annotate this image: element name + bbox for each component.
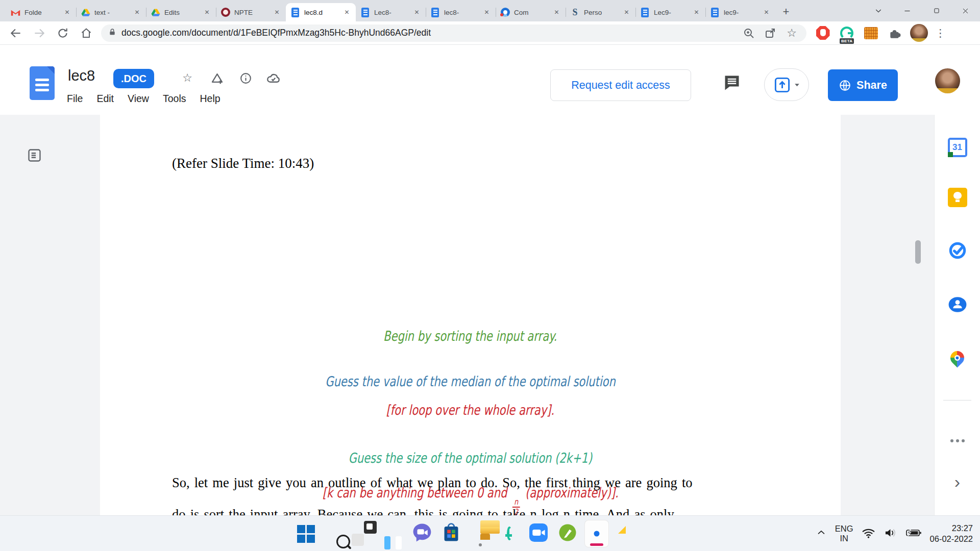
volume-icon[interactable] [884, 526, 897, 542]
menu-edit[interactable]: Edit [96, 93, 114, 105]
tab-close-icon[interactable]: ✕ [342, 8, 351, 17]
document-title[interactable]: lec8 [68, 67, 95, 84]
side-panel-maps-icon[interactable] [947, 347, 968, 368]
taskbar-widgets-button[interactable] [381, 520, 405, 547]
document-scrollbar-thumb[interactable] [915, 240, 921, 264]
taskbar-start-button[interactable] [294, 520, 317, 547]
star-document-icon[interactable]: ☆ [180, 70, 195, 86]
get-add-ons-icon[interactable] [950, 439, 965, 442]
paragraph-line-2: do is sort the input array. Because we c… [172, 507, 674, 515]
docs-favicon [640, 8, 650, 17]
browser-profile-avatar[interactable] [910, 24, 928, 42]
browser-tab-6[interactable]: Lec8-✕ [356, 3, 426, 21]
tab-search-chevron-icon[interactable] [864, 0, 893, 21]
brick-extension-icon[interactable] [863, 24, 878, 42]
url-omnibox[interactable]: docs.google.com/document/d/1FeBEIQfPmxMz… [101, 24, 806, 42]
url-text: docs.google.com/document/d/1FeBEIQfPmxMz… [121, 28, 735, 38]
share-page-icon[interactable] [763, 26, 778, 41]
handwritten-line-3: [for loop over the whole array]. [100, 398, 841, 422]
upload-dropdown-button[interactable] [764, 68, 809, 101]
docs-header: lec8 .DOC ☆ FileEditViewToolsHelp Reques… [0, 45, 980, 115]
tab-title: Edits [164, 9, 203, 16]
tab-close-icon[interactable]: ✕ [552, 8, 561, 17]
home-icon[interactable] [79, 26, 94, 41]
tab-close-icon[interactable]: ✕ [622, 8, 631, 17]
minimize-button[interactable] [893, 0, 922, 21]
adblock-extension-icon[interactable] [815, 24, 830, 42]
back-icon[interactable] [8, 26, 23, 41]
cloud-saved-icon[interactable] [265, 70, 281, 86]
menu-view[interactable]: View [128, 93, 149, 105]
tab-title: lec8- [444, 9, 482, 16]
request-edit-access-button[interactable]: Request edit access [550, 69, 691, 101]
browser-tab-4[interactable]: NPTE✕ [216, 3, 286, 21]
menu-file[interactable]: File [67, 93, 83, 105]
move-to-drive-icon[interactable] [209, 70, 225, 86]
extensions-puzzle-icon[interactable] [887, 24, 902, 42]
taskbar-microsoft-store-button[interactable] [439, 520, 463, 547]
taskbar-teams-chat-button[interactable] [410, 520, 434, 547]
taskbar-chrome-button[interactable] [585, 520, 608, 547]
browser-tab-10[interactable]: Lec9-✕ [635, 3, 705, 21]
maximize-button[interactable] [922, 0, 951, 21]
browser-tab-strip: Folde✕text -✕Edits✕NPTE✕lec8.d✕Lec8-✕lec… [0, 0, 980, 21]
browser-tab-7[interactable]: lec8-✕ [426, 3, 496, 21]
document-area: (Refer Slide Time: 10:43) Begin by sorti… [0, 115, 934, 515]
tab-close-icon[interactable]: ✕ [133, 8, 141, 17]
drive-favicon [81, 8, 90, 17]
taskbar-grammarly-button[interactable] [498, 520, 521, 547]
taskbar-search-button[interactable] [323, 520, 347, 547]
browser-tab-5[interactable]: lec8.d✕ [286, 3, 356, 21]
side-panel-keep-icon[interactable] [947, 187, 968, 208]
menu-help[interactable]: Help [200, 93, 220, 105]
reload-icon[interactable] [55, 26, 70, 41]
taskbar-zoom-button[interactable] [527, 520, 550, 547]
tab-close-icon[interactable]: ✕ [482, 8, 491, 17]
browser-tab-2[interactable]: text -✕ [76, 3, 146, 21]
tab-close-icon[interactable]: ✕ [412, 8, 421, 17]
taskbar-notes-app-button[interactable] [614, 520, 638, 547]
zoom-page-icon[interactable] [741, 26, 756, 41]
clock-date[interactable]: 23:27 06-02-2022 [930, 523, 973, 544]
language-indicator[interactable]: ENGIN [835, 524, 853, 543]
comment-history-icon[interactable] [723, 73, 741, 94]
forward-icon[interactable] [32, 26, 47, 41]
hide-side-panel-icon[interactable]: › [954, 472, 960, 492]
browser-tab-8[interactable]: Com✕ [496, 3, 566, 21]
tray-date: 06-02-2022 [930, 534, 973, 544]
browser-tab-9[interactable]: SPerso✕ [566, 3, 635, 21]
wifi-icon[interactable] [862, 526, 875, 542]
browser-tab-11[interactable]: lec9-✕ [705, 3, 775, 21]
tab-title: Folde [24, 9, 63, 16]
browser-tab-3[interactable]: Edits✕ [146, 3, 216, 21]
document-status-info-icon[interactable] [238, 70, 253, 86]
google-docs-logo[interactable] [30, 66, 55, 100]
browser-menu-icon[interactable]: ⋮ [935, 27, 946, 39]
upload-icon [773, 76, 791, 94]
docs-profile-avatar[interactable] [935, 68, 960, 93]
tab-close-icon[interactable]: ✕ [692, 8, 701, 17]
bookmark-star-icon[interactable]: ☆ [784, 26, 799, 41]
side-panel-contacts-icon[interactable] [947, 294, 968, 315]
window-controls [864, 0, 980, 21]
close-window-button[interactable] [951, 0, 980, 21]
tab-close-icon[interactable]: ✕ [273, 8, 281, 17]
taskbar-task-view-button[interactable] [352, 520, 376, 547]
taskbar-file-explorer-button[interactable] [469, 520, 492, 547]
tray-chevron-up-icon[interactable] [816, 527, 827, 540]
tab-close-icon[interactable]: ✕ [762, 8, 771, 17]
side-panel-tasks-icon[interactable] [947, 240, 968, 261]
tab-close-icon[interactable]: ✕ [203, 8, 211, 17]
browser-tab-1[interactable]: Folde✕ [6, 3, 76, 21]
lock-icon[interactable] [108, 28, 116, 38]
battery-icon[interactable] [905, 529, 922, 539]
share-button[interactable]: Share [828, 69, 898, 101]
new-tab-button[interactable]: + [778, 4, 794, 19]
tab-close-icon[interactable]: ✕ [63, 8, 71, 17]
grammarly-extension-icon[interactable]: BETA [839, 24, 854, 42]
show-outline-icon[interactable] [27, 147, 42, 165]
google-side-panel: › 31 [934, 115, 980, 515]
menu-tools[interactable]: Tools [163, 93, 186, 105]
side-panel-calendar-icon[interactable]: 31 [947, 137, 968, 158]
taskbar-editor-app-button[interactable] [556, 520, 579, 547]
